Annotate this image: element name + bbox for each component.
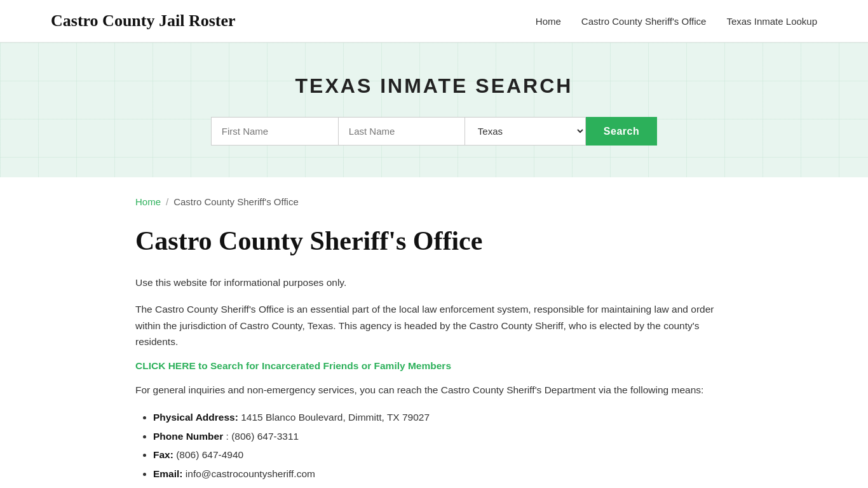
breadcrumb: Home / Castro County Sheriff's Office bbox=[135, 196, 733, 207]
email-label: Email: bbox=[153, 468, 183, 479]
state-select[interactable]: Texas Alabama Alaska Arizona Arkansas Ca… bbox=[465, 117, 586, 146]
nav-sheriffs-office[interactable]: Castro County Sheriff's Office bbox=[581, 16, 707, 27]
contact-list: Physical Address: 1415 Blanco Boulevard,… bbox=[153, 408, 733, 483]
nav-inmate-lookup[interactable]: Texas Inmate Lookup bbox=[726, 16, 817, 27]
last-name-input[interactable] bbox=[338, 117, 465, 146]
address-value-text: 1415 Blanco Boulevard, Dimmitt, TX 79027 bbox=[241, 412, 430, 423]
contact-phone: Phone Number : (806) 647-3311 bbox=[153, 427, 733, 445]
main-nav: Home Castro County Sheriff's Office Texa… bbox=[536, 16, 817, 27]
main-content: Home / Castro County Sheriff's Office Ca… bbox=[85, 177, 783, 488]
fax-value-text: (806) 647-4940 bbox=[176, 449, 243, 460]
search-button[interactable]: Search bbox=[586, 117, 657, 146]
breadcrumb-separator: / bbox=[166, 196, 168, 207]
phone-value-text: (806) 647-3311 bbox=[231, 431, 299, 442]
contact-fax: Fax: (806) 647-4940 bbox=[153, 445, 733, 464]
intro-para-2: The Castro County Sheriff's Office is an… bbox=[135, 301, 733, 350]
page-title: Castro County Sheriff's Office bbox=[135, 225, 733, 257]
intro-para-1: Use this website for informational purpo… bbox=[135, 274, 733, 291]
click-here-link[interactable]: CLICK HERE to Search for Incarcerated Fr… bbox=[135, 360, 733, 372]
breadcrumb-home[interactable]: Home bbox=[135, 196, 161, 207]
address-label: Physical Address: bbox=[153, 412, 238, 423]
phone-label: Phone Number bbox=[153, 431, 223, 442]
fax-label: Fax: bbox=[153, 449, 173, 460]
site-title: Castro County Jail Roster bbox=[51, 11, 236, 30]
hero-section: TEXAS INMATE SEARCH Texas Alabama Alaska… bbox=[0, 43, 868, 177]
contact-intro: For general inquiries and non-emergency … bbox=[135, 382, 733, 398]
first-name-input[interactable] bbox=[211, 117, 338, 146]
contact-address: Physical Address: 1415 Blanco Boulevard,… bbox=[153, 408, 733, 426]
breadcrumb-current: Castro County Sheriff's Office bbox=[173, 196, 299, 207]
contact-email: Email: info@castrocountysheriff.com bbox=[153, 464, 733, 483]
phone-value: : bbox=[226, 431, 232, 442]
email-value-text: info@castrocountysheriff.com bbox=[186, 468, 315, 479]
search-bar: Texas Alabama Alaska Arizona Arkansas Ca… bbox=[186, 117, 682, 146]
nav-home[interactable]: Home bbox=[536, 16, 561, 27]
hero-title: TEXAS INMATE SEARCH bbox=[13, 74, 855, 98]
